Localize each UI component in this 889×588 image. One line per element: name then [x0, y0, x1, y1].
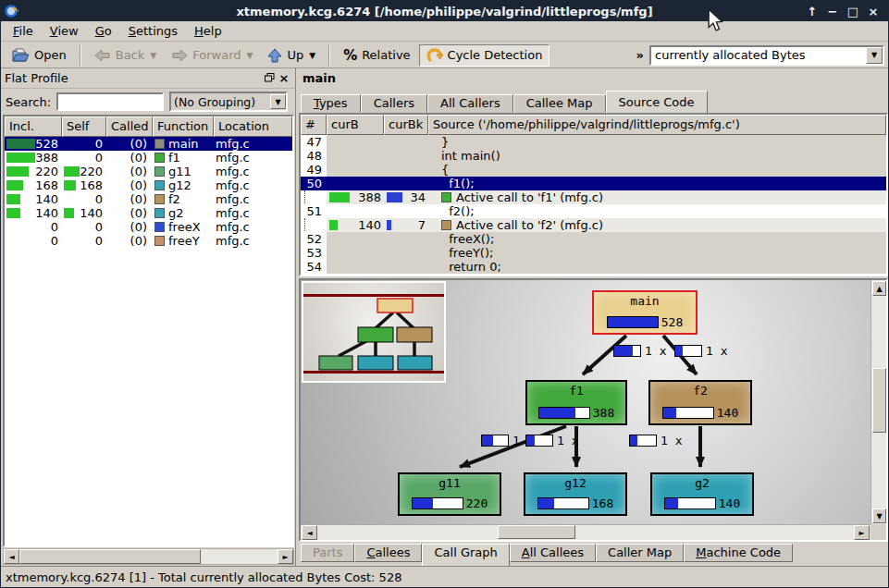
- relative-toggle-button[interactable]: % Relative: [337, 44, 416, 67]
- graph-node-g11[interactable]: g11 220: [398, 472, 501, 516]
- table-row[interactable]: 168 168 (0) g12 mfg.c: [5, 178, 292, 192]
- tab-all-callers[interactable]: All Callers: [427, 94, 513, 113]
- curB-value: 388: [350, 190, 381, 204]
- table-row[interactable]: 0 0 (0) freeX mfg.c: [5, 220, 292, 234]
- menu-help[interactable]: Help: [186, 22, 230, 40]
- tab-callee-map[interactable]: Callee Map: [513, 94, 606, 113]
- graph-node-f1[interactable]: f1 388: [525, 380, 627, 425]
- table-row[interactable]: 388 0 (0) f1 mfg.c: [5, 151, 292, 165]
- graph-node-main[interactable]: main 528: [592, 290, 698, 335]
- scrollbar-thumb[interactable]: [498, 525, 575, 539]
- scrollbar-thumb[interactable]: [19, 549, 201, 564]
- graph-node-g2[interactable]: g2 140: [650, 472, 754, 516]
- tab-callers[interactable]: Callers: [361, 94, 427, 113]
- table-row[interactable]: 140 0 (0) f2 mfg.c: [5, 192, 292, 206]
- tab-all-callees[interactable]: All Callees: [510, 544, 596, 562]
- tab-source-code[interactable]: Source Code: [606, 91, 708, 113]
- up-dropdown-icon[interactable]: ▼: [309, 51, 315, 60]
- dock-close-icon[interactable]: ×: [277, 71, 291, 85]
- event-type-combobox[interactable]: currently allocated Bytes ▼: [649, 45, 884, 66]
- location-value: mfg.c: [214, 192, 292, 206]
- scrollbar-corner: [870, 524, 886, 540]
- back-arrow-icon: [94, 49, 111, 62]
- source-line[interactable]: 53 freeY();: [301, 246, 886, 260]
- combobox-arrow-icon[interactable]: ▼: [866, 47, 883, 64]
- source-line[interactable]: 48 int main(): [301, 149, 886, 163]
- function-color-swatch: [154, 153, 165, 163]
- close-icon[interactable]: ×: [866, 5, 881, 18]
- tab-types[interactable]: Types: [301, 94, 361, 113]
- menu-view[interactable]: View: [42, 22, 87, 40]
- menu-go[interactable]: Go: [87, 22, 120, 40]
- dock-header[interactable]: Flat Profile ×: [1, 68, 295, 89]
- graph-vscrollbar[interactable]: ▲ ▼: [870, 280, 886, 524]
- viewport-bottom-line: [303, 371, 444, 374]
- grouping-arrow-icon[interactable]: ▼: [270, 94, 286, 109]
- forward-button[interactable]: Forward ▼: [165, 44, 259, 67]
- tab-machine-code[interactable]: Machine Code: [684, 544, 793, 562]
- shade-icon[interactable]: ↑: [805, 5, 820, 18]
- source-line[interactable]: 52 freeX();: [301, 232, 886, 246]
- title-bar[interactable]: xtmemory.kcg.6274 [/home/philippe/valgri…: [1, 1, 888, 21]
- table-row[interactable]: 220 220 (0) g11 mfg.c: [5, 165, 292, 178]
- back-button[interactable]: Back ▼: [88, 44, 163, 67]
- column-called[interactable]: Called: [106, 116, 153, 137]
- scroll-down-icon[interactable]: ▼: [872, 508, 886, 523]
- source-line[interactable]: 51 f2();: [301, 204, 886, 218]
- tab-caller-map[interactable]: Caller Map: [596, 544, 684, 562]
- column-line[interactable]: #: [301, 115, 327, 135]
- menu-file[interactable]: File: [5, 22, 42, 40]
- table-row[interactable]: 528 0 (0) main mfg.c: [5, 137, 292, 151]
- forward-dropdown-icon[interactable]: ▼: [247, 51, 253, 60]
- column-incl[interactable]: Incl.: [5, 116, 62, 137]
- code-text: int main(): [428, 149, 886, 163]
- function-name: freeY: [168, 234, 200, 248]
- graph-hscrollbar[interactable]: ◄ ►: [301, 524, 870, 540]
- column-self[interactable]: Self: [62, 116, 106, 137]
- location-value: mfg.c: [214, 178, 292, 192]
- scroll-left-icon[interactable]: ◄: [4, 549, 19, 564]
- minimize-icon[interactable]: −: [825, 5, 840, 18]
- column-function[interactable]: Function: [153, 116, 214, 137]
- table-row[interactable]: 140 140 (0) g2 mfg.c: [5, 206, 292, 220]
- source-line-selected[interactable]: 50 f1();: [301, 177, 886, 190]
- table-row[interactable]: 0 0 (0) freeY mfg.c: [5, 234, 292, 248]
- grouping-combobox[interactable]: (No Grouping) ▼: [169, 92, 288, 112]
- float-icon[interactable]: [262, 71, 277, 85]
- scroll-right-icon[interactable]: ►: [278, 549, 293, 564]
- cycle-detection-toggle-button[interactable]: Cycle Detection: [419, 44, 550, 67]
- tab-parts[interactable]: Parts: [301, 544, 354, 562]
- called-value: (0): [106, 220, 153, 234]
- active-call-line[interactable]: 388 34 Active call to 'f1' (mfg.c): [301, 190, 886, 204]
- graph-node-g12[interactable]: g12 168: [524, 472, 627, 516]
- scroll-left-icon[interactable]: ◄: [302, 525, 317, 540]
- graph-overview-minimap[interactable]: [302, 281, 446, 383]
- column-curB[interactable]: curB: [327, 115, 384, 135]
- code-text: {: [428, 163, 886, 177]
- column-curBk[interactable]: curBk: [384, 115, 428, 135]
- active-call-line[interactable]: 140 7 Active call to 'f2' (mfg.c): [301, 218, 886, 232]
- maximize-icon[interactable]: □: [846, 5, 860, 18]
- tab-callees[interactable]: Callees: [354, 544, 422, 562]
- back-dropdown-icon[interactable]: ▼: [150, 51, 156, 60]
- incl-bar: [6, 208, 20, 218]
- self-value: 220: [80, 165, 103, 178]
- column-location[interactable]: Location: [214, 116, 292, 137]
- tab-call-graph[interactable]: Call Graph: [422, 544, 509, 566]
- call-graph-canvas[interactable]: main 528 f1 388 f2 140 g11 220 g12 168 g…: [299, 278, 888, 542]
- graph-node-f2[interactable]: f2 140: [648, 380, 752, 425]
- column-source[interactable]: Source ('/home/philippe/valgrind/littlep…: [428, 115, 886, 135]
- search-input[interactable]: [56, 92, 164, 111]
- function-color-swatch: [154, 194, 165, 204]
- scroll-up-icon[interactable]: ▲: [872, 281, 886, 296]
- scroll-right-icon[interactable]: ►: [854, 525, 870, 540]
- toolbar-overflow-chevron[interactable]: »: [633, 48, 648, 62]
- source-line[interactable]: 54 return 0;: [301, 260, 886, 274]
- menu-settings[interactable]: Settings: [120, 22, 186, 40]
- source-line[interactable]: 49 {: [301, 163, 886, 177]
- source-line[interactable]: 47 }: [301, 135, 886, 149]
- flat-profile-hscrollbar[interactable]: ◄ ►: [3, 548, 294, 565]
- open-button[interactable]: Open: [5, 44, 73, 67]
- scrollbar-thumb[interactable]: [872, 368, 886, 433]
- up-button[interactable]: Up ▼: [261, 44, 322, 67]
